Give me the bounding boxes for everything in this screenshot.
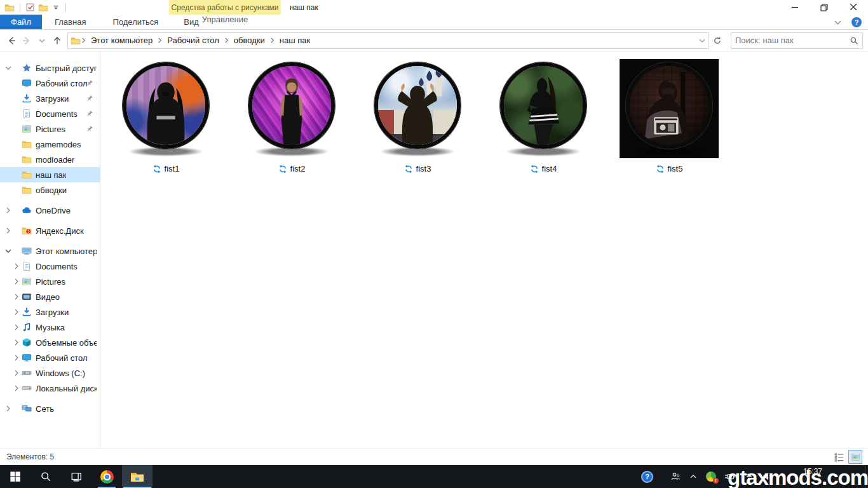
desktop-icon <box>22 353 32 363</box>
file-tile-fist2[interactable]: fist2 <box>242 59 341 173</box>
new-folder-icon[interactable] <box>38 3 48 13</box>
address-folder-icon <box>71 36 81 46</box>
file-tile-fist1[interactable]: fist1 <box>116 59 215 173</box>
tab-file[interactable]: Файл <box>0 15 42 29</box>
title-bar: Средства работы с рисунками наш пак <box>0 0 868 15</box>
sidebar-item-downloads-qa[interactable]: Загрузки <box>0 91 100 106</box>
refresh-button[interactable] <box>709 32 726 49</box>
expander-right-icon[interactable] <box>13 370 20 376</box>
expander-right-icon[interactable] <box>13 294 20 300</box>
tab-manage[interactable]: Управление <box>169 15 281 24</box>
expander-down-icon[interactable] <box>5 248 11 254</box>
close-button[interactable] <box>839 0 868 15</box>
tray-wifi-icon[interactable] <box>744 471 754 482</box>
start-button[interactable] <box>0 465 31 488</box>
explorer-app-icon[interactable] <box>4 3 15 13</box>
expander-right-icon[interactable] <box>13 355 20 361</box>
expander-right-icon[interactable] <box>13 324 20 330</box>
sidebar-item-documents-qa[interactable]: Documents <box>0 106 100 121</box>
sidebar-item-3d-objects[interactable]: Объемные объекты <box>0 335 100 350</box>
breadcrumb-this-pc[interactable]: Этот компьютер <box>86 33 157 48</box>
taskbar-chrome-icon[interactable] <box>92 465 122 488</box>
crumb-chevron-icon[interactable] <box>269 37 275 43</box>
thumbnail-fist4 <box>494 59 593 158</box>
file-tile-fist3[interactable]: fist3 <box>368 59 467 173</box>
taskbar-search-icon[interactable] <box>31 465 61 488</box>
address-dropdown-icon[interactable] <box>696 37 709 44</box>
expander-right-icon[interactable] <box>13 339 20 346</box>
taskbar-clock[interactable]: 15:37 <box>803 467 822 476</box>
tray-antivirus-icon[interactable] <box>706 471 716 482</box>
back-button[interactable] <box>4 33 19 48</box>
yandex-disk-icon <box>22 226 32 236</box>
address-bar[interactable]: Этот компьютер Рабочий стол обводки наш … <box>67 32 709 49</box>
folder-icon <box>22 154 32 165</box>
sidebar-item-music[interactable]: Музыка <box>0 320 100 335</box>
sidebar-item-windows-c[interactable]: Windows (C:) <box>0 365 100 381</box>
file-tile-fist5[interactable]: fist5 <box>620 59 719 173</box>
help-icon[interactable]: ? <box>851 17 862 27</box>
crumb-chevron-icon[interactable] <box>81 37 86 43</box>
expander-right-icon[interactable] <box>13 309 20 315</box>
breadcrumb-desktop[interactable]: Рабочий стол <box>163 33 224 48</box>
tray-power-icon[interactable] <box>724 471 736 482</box>
tray-help-icon[interactable]: ? <box>641 471 653 483</box>
sidebar-item-obvodki[interactable]: обводки <box>0 182 100 198</box>
sidebar-item-documents[interactable]: Documents <box>0 259 100 274</box>
expander-right-icon[interactable] <box>13 263 20 269</box>
sidebar-item-yandex-disk[interactable]: Яндекс.Диск <box>0 223 100 238</box>
sidebar-item-onedrive[interactable]: OneDrive <box>0 203 100 218</box>
tray-volume-icon[interactable] <box>763 471 773 482</box>
expander-right-icon[interactable] <box>5 405 11 412</box>
details-view-icon[interactable] <box>832 451 845 463</box>
taskbar-explorer-icon[interactable] <box>122 465 153 488</box>
file-tile-fist4[interactable]: fist4 <box>494 59 593 173</box>
expander-right-icon[interactable] <box>5 227 11 234</box>
tab-home[interactable]: Главная <box>44 15 96 29</box>
sidebar-item-nash-pak-selected[interactable]: наш пак <box>0 167 100 182</box>
sidebar-item-downloads[interactable]: Загрузки <box>0 304 100 320</box>
breadcrumb-obvodki[interactable]: обводки <box>229 33 269 48</box>
thumbnail-fist1 <box>116 59 215 158</box>
large-icons-view-icon[interactable] <box>849 451 862 463</box>
breadcrumb-nash-pak[interactable]: наш пак <box>275 33 315 48</box>
crumb-chevron-icon[interactable] <box>224 37 229 43</box>
sidebar-item-quick-access[interactable]: Быстрый доступ <box>0 60 100 76</box>
tray-chevron-up-icon[interactable] <box>689 472 698 481</box>
navigation-pane: Быстрый доступ Рабочий стол Загрузки Doc… <box>0 51 100 448</box>
customize-qat-icon[interactable] <box>51 3 60 12</box>
minimize-button[interactable] <box>780 0 810 15</box>
expander-right-icon[interactable] <box>13 385 20 391</box>
sidebar-item-gamemodes[interactable]: gamemodes <box>0 137 100 152</box>
sidebar-item-this-pc[interactable]: Этот компьютер <box>0 243 100 259</box>
forward-button[interactable] <box>19 33 34 48</box>
file-caption: fist1 <box>116 164 215 173</box>
church-and-person <box>378 66 457 145</box>
sidebar-item-network[interactable]: Сеть <box>0 401 100 416</box>
task-view-icon[interactable] <box>61 465 92 488</box>
search-icon[interactable] <box>846 36 862 45</box>
show-desktop-button[interactable] <box>865 465 868 488</box>
sidebar-item-desktop[interactable]: Рабочий стол <box>0 350 100 365</box>
collapse-ribbon-icon[interactable] <box>834 19 841 26</box>
restore-button[interactable] <box>810 0 839 15</box>
expander-right-icon[interactable] <box>13 278 20 285</box>
expander-down-icon[interactable] <box>5 65 11 71</box>
sidebar-item-desktop-qa[interactable]: Рабочий стол <box>0 76 100 91</box>
sidebar-item-pictures-qa[interactable]: Pictures <box>0 121 100 137</box>
crumb-chevron-icon[interactable] <box>157 37 163 43</box>
picture-tools-contextual-tab[interactable]: Средства работы с рисунками <box>169 0 281 15</box>
expander-right-icon[interactable] <box>5 207 11 214</box>
tray-people-icon[interactable] <box>670 471 681 482</box>
pin-icon <box>86 110 93 118</box>
search-input[interactable] <box>731 36 846 45</box>
properties-icon[interactable] <box>25 3 35 12</box>
sync-status-icon <box>153 165 161 173</box>
recent-locations-dropdown-icon[interactable] <box>34 33 50 48</box>
sidebar-item-video[interactable]: Видео <box>0 289 100 304</box>
sidebar-item-modloader[interactable]: modloader <box>0 152 100 167</box>
tab-share[interactable]: Поделиться <box>102 15 168 29</box>
up-button[interactable] <box>50 33 65 48</box>
sidebar-item-pictures[interactable]: Pictures <box>0 274 100 289</box>
sidebar-item-local-disk-d[interactable]: Локальный диск (D:) <box>0 381 100 396</box>
